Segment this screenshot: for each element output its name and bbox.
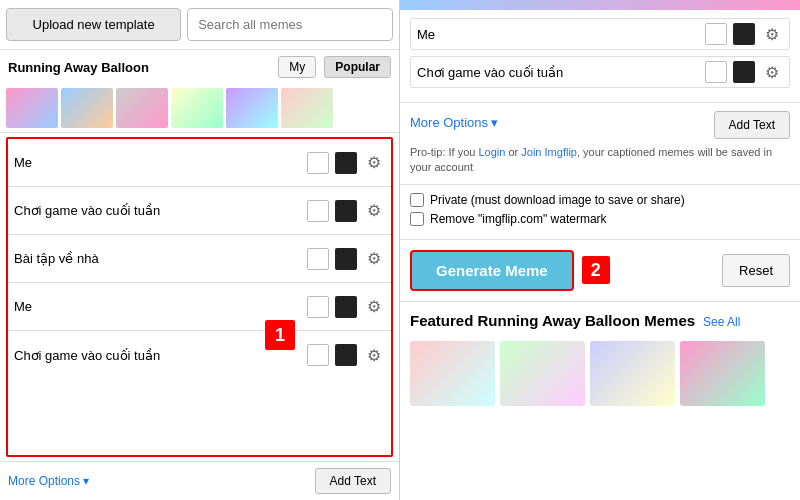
badge-1: 1 — [265, 320, 295, 350]
add-text-button-left[interactable]: Add Text — [315, 468, 391, 494]
upload-template-button[interactable]: Upload new template — [6, 8, 181, 41]
see-all-link[interactable]: See All — [703, 315, 740, 329]
text-input-1[interactable] — [14, 155, 301, 170]
featured-thumb-3[interactable] — [590, 341, 675, 406]
reset-button[interactable]: Reset — [722, 254, 790, 287]
gear-icon-5[interactable]: ⚙ — [363, 344, 385, 366]
generate-section: Generate Meme 2 Reset — [400, 240, 800, 302]
add-text-button-right[interactable]: Add Text — [714, 111, 790, 139]
color-black-4[interactable] — [335, 296, 357, 318]
thumbnail-6[interactable] — [281, 88, 333, 128]
featured-thumb-4[interactable] — [680, 341, 765, 406]
watermark-checkbox-row: Remove "imgflip.com" watermark — [410, 212, 790, 226]
tab-popular[interactable]: Popular — [324, 56, 391, 78]
thumbnail-2[interactable] — [61, 88, 113, 128]
right-text-row-1: ⚙ — [410, 18, 790, 50]
gear-icon-3[interactable]: ⚙ — [363, 248, 385, 270]
badge-2: 2 — [582, 256, 610, 284]
color-white-5[interactable] — [307, 344, 329, 366]
right-gear-icon-1[interactable]: ⚙ — [761, 23, 783, 45]
featured-thumbnails — [410, 341, 790, 406]
chevron-down-icon: ▾ — [491, 115, 498, 130]
checkbox-section: Private (must download image to save or … — [400, 185, 800, 240]
text-input-5[interactable] — [14, 348, 301, 363]
featured-title: Featured Running Away Balloon Memes — [410, 312, 695, 329]
generate-meme-button[interactable]: Generate Meme — [410, 250, 574, 291]
options-section: More Options ▾ Add Text Pro-tip: If you … — [400, 103, 800, 185]
right-gear-icon-2[interactable]: ⚙ — [761, 61, 783, 83]
join-link[interactable]: Join Imgflip — [521, 146, 577, 158]
color-white-4[interactable] — [307, 296, 329, 318]
text-row-5: ⚙ — [8, 331, 391, 379]
gear-icon-4[interactable]: ⚙ — [363, 296, 385, 318]
text-rows-container: ⚙ ⚙ ⚙ ⚙ ⚙ — [6, 137, 393, 457]
right-text-row-2: ⚙ — [410, 56, 790, 88]
template-title: Running Away Balloon — [8, 60, 270, 75]
template-thumbnails — [0, 84, 399, 133]
thumbnail-4[interactable] — [171, 88, 223, 128]
color-black-1[interactable] — [335, 152, 357, 174]
right-text-input-2[interactable] — [417, 65, 699, 80]
more-options-left[interactable]: More Options ▾ — [8, 474, 89, 488]
text-input-4[interactable] — [14, 299, 301, 314]
tab-my[interactable]: My — [278, 56, 316, 78]
private-label: Private (must download image to save or … — [430, 193, 685, 207]
featured-section: Featured Running Away Balloon Memes See … — [400, 302, 800, 416]
featured-thumb-2[interactable] — [500, 341, 585, 406]
more-options-right[interactable]: More Options ▾ — [410, 115, 498, 130]
color-black-2[interactable] — [335, 200, 357, 222]
text-row-3: ⚙ — [8, 235, 391, 283]
watermark-checkbox[interactable] — [410, 212, 424, 226]
left-bottom-bar: More Options ▾ Add Text — [0, 461, 399, 500]
color-black-3[interactable] — [335, 248, 357, 270]
private-checkbox-row: Private (must download image to save or … — [410, 193, 790, 207]
template-header: Running Away Balloon My Popular — [0, 50, 399, 84]
right-text-input-1[interactable] — [417, 27, 699, 42]
meme-preview-image — [400, 0, 800, 10]
right-color-black-1[interactable] — [733, 23, 755, 45]
text-input-2[interactable] — [14, 203, 301, 218]
watermark-label: Remove "imgflip.com" watermark — [430, 212, 607, 226]
text-input-3[interactable] — [14, 251, 301, 266]
color-white-1[interactable] — [307, 152, 329, 174]
right-color-white-1[interactable] — [705, 23, 727, 45]
color-white-3[interactable] — [307, 248, 329, 270]
private-checkbox[interactable] — [410, 193, 424, 207]
left-panel: Upload new template Running Away Balloon… — [0, 0, 400, 500]
top-bar: Upload new template — [0, 0, 399, 50]
search-input[interactable] — [187, 8, 393, 41]
color-black-5[interactable] — [335, 344, 357, 366]
text-row-4: ⚙ — [8, 283, 391, 331]
thumbnail-3[interactable] — [116, 88, 168, 128]
right-panel: ⚙ ⚙ More Options ▾ Add Text Pro-tip: If … — [400, 0, 800, 500]
thumbnail-5[interactable] — [226, 88, 278, 128]
pro-tip-text: Pro-tip: If you Login or Join Imgflip, y… — [410, 145, 790, 176]
right-color-white-2[interactable] — [705, 61, 727, 83]
login-link[interactable]: Login — [478, 146, 505, 158]
featured-thumb-1[interactable] — [410, 341, 495, 406]
color-white-2[interactable] — [307, 200, 329, 222]
text-row-2: ⚙ — [8, 187, 391, 235]
text-row-1: ⚙ — [8, 139, 391, 187]
gear-icon-2[interactable]: ⚙ — [363, 200, 385, 222]
text-fields-section: ⚙ ⚙ — [400, 10, 800, 103]
right-color-black-2[interactable] — [733, 61, 755, 83]
more-options-label: More Options — [410, 115, 488, 130]
thumbnail-1[interactable] — [6, 88, 58, 128]
gear-icon-1[interactable]: ⚙ — [363, 152, 385, 174]
